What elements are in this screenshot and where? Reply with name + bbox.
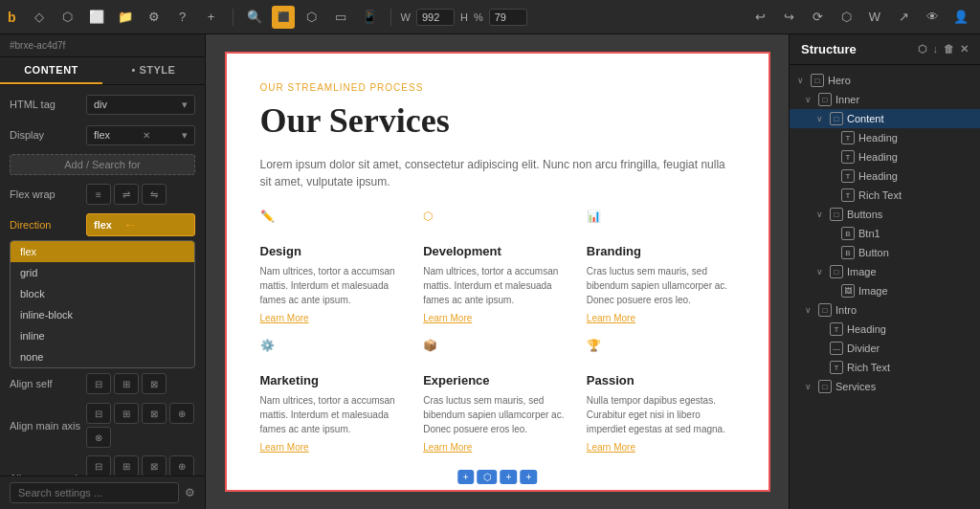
download-icon[interactable]: ↓ — [933, 43, 939, 55]
service-item-design: ✏️ Design Nam ultrices, tortor a accumsa… — [260, 210, 409, 323]
search-settings-input[interactable] — [10, 482, 179, 503]
display-value[interactable]: flex ✕ ▾ — [86, 125, 195, 145]
width-input[interactable] — [416, 9, 455, 26]
tree-item-heading3[interactable]: T Heading — [790, 166, 980, 186]
dropdown-item-block[interactable]: block — [11, 283, 194, 304]
service-title-development: Development — [423, 244, 571, 258]
align-cross-btn4[interactable]: ⊕ — [169, 455, 194, 476]
layers-icon[interactable]: ⬡ — [835, 6, 858, 29]
close-icon[interactable]: ✕ — [960, 43, 969, 55]
tree-item-content[interactable]: ∨ □ Content — [790, 109, 980, 128]
service-title-experience: Experience — [423, 373, 571, 387]
tree-item-services[interactable]: ∨ □ Services — [790, 377, 980, 396]
align-main-btn5[interactable]: ⊗ — [86, 427, 111, 448]
tab-content[interactable]: CONTENT — [0, 57, 102, 84]
settings-icon[interactable]: ⚙ — [143, 6, 166, 29]
copy-icon[interactable]: ⬡ — [301, 6, 323, 29]
align-self-btn1[interactable]: ⊟ — [86, 373, 111, 394]
external-icon[interactable]: ↗ — [892, 6, 915, 29]
dropdown-item-inline-block[interactable]: inline-block — [11, 304, 194, 325]
undo-icon[interactable]: ↩ — [748, 6, 771, 29]
direction-value[interactable]: flex ← — [86, 213, 195, 236]
passion-icon: 🏆 — [587, 339, 613, 365]
flex-wrap-btn2[interactable]: ⇌ — [114, 184, 139, 205]
align-main-label: Align main axis — [10, 420, 86, 432]
tree-item-image-container[interactable]: ∨ □ Image — [790, 262, 980, 281]
dropdown-item-none[interactable]: none — [11, 346, 194, 367]
tree-item-button[interactable]: B Button — [790, 243, 980, 262]
tree-item-buttons[interactable]: ∨ □ Buttons — [790, 205, 980, 224]
add-layout-btn[interactable]: + — [501, 470, 518, 484]
tree-item-inner[interactable]: ∨ □ Inner — [790, 90, 980, 109]
add-icon[interactable]: + — [200, 6, 223, 29]
tree-item-hero[interactable]: ∨ □ Hero — [790, 71, 980, 90]
align-cross-btn3[interactable]: ⊠ — [142, 455, 167, 476]
align-cross-btn2[interactable]: ⊞ — [114, 455, 139, 476]
history-icon[interactable]: ⟳ — [806, 6, 829, 29]
new-icon[interactable]: ⬡ — [918, 43, 927, 55]
align-self-btn3[interactable]: ⊠ — [142, 373, 167, 394]
dropdown-item-grid[interactable]: grid — [11, 262, 194, 283]
tree-item-intro[interactable]: ∨ □ Intro — [790, 300, 980, 320]
service-desc-design: Nam ultrices, tortor a accumsan mattis. … — [260, 264, 409, 307]
align-cross-btn1[interactable]: ⊟ — [86, 455, 111, 476]
align-self-btn2[interactable]: ⊞ — [114, 373, 139, 394]
divider-node-icon: — — [830, 342, 843, 355]
diamond-icon[interactable]: ◇ — [28, 6, 51, 29]
canvas-bottom-bar: + ⬡ + + — [457, 470, 538, 484]
align-main-btn2[interactable]: ⊞ — [114, 403, 139, 424]
settings-gear-icon[interactable]: ⚙ — [185, 486, 195, 499]
search-icon[interactable]: 🔍 — [243, 6, 266, 29]
flex-wrap-row: Flex wrap ≡ ⇌ ⇋ — [10, 183, 195, 206]
html-tag-value[interactable]: div ▾ — [86, 95, 195, 115]
add-col-btn[interactable]: + — [520, 470, 537, 484]
flex-wrap-btn3[interactable]: ⇋ — [142, 184, 167, 205]
mobile-icon[interactable]: 📱 — [358, 6, 381, 29]
wp-icon[interactable]: W — [863, 6, 886, 29]
service-link-passion[interactable]: Learn More — [587, 442, 735, 453]
service-link-design[interactable]: Learn More — [260, 313, 409, 323]
tree-item-richtext2[interactable]: T Rich Text — [790, 358, 980, 377]
percent-input[interactable] — [489, 9, 527, 26]
align-main-icons: ⊟ ⊞ ⊠ ⊕ ⊗ — [86, 403, 195, 448]
add-section-btn[interactable]: ⬡ — [478, 470, 498, 484]
service-link-marketing[interactable]: Learn More — [260, 442, 409, 453]
tree-item-btn1[interactable]: B Btn1 — [790, 224, 980, 243]
tab-style[interactable]: • STYLE — [102, 57, 205, 84]
dropdown-item-flex[interactable]: flex — [11, 241, 194, 262]
redo-icon[interactable]: ↪ — [777, 6, 800, 29]
folder-icon[interactable]: 📁 — [114, 6, 137, 29]
add-search-field[interactable]: Add / Search for — [10, 154, 195, 175]
toggle-hero: ∨ — [797, 76, 807, 85]
tree-item-heading1[interactable]: T Heading — [790, 128, 980, 147]
service-item-marketing: ⚙️ Marketing Nam ultrices, tortor a accu… — [260, 339, 409, 453]
add-element-btn[interactable]: + — [457, 470, 475, 484]
service-link-development[interactable]: Learn More — [423, 313, 571, 323]
tree-item-image[interactable]: 🖼 Image — [790, 281, 980, 300]
delete-icon[interactable]: 🗑 — [944, 43, 954, 55]
tree-item-heading-intro[interactable]: T Heading — [790, 320, 980, 339]
align-main-btn1[interactable]: ⊟ — [86, 403, 111, 424]
align-main-btn3[interactable]: ⊠ — [142, 403, 167, 424]
dropdown-item-inline[interactable]: inline — [11, 325, 194, 346]
service-link-experience[interactable]: Learn More — [423, 442, 571, 453]
tree-item-richtext1[interactable]: T Rich Text — [790, 186, 980, 205]
toggle-content: ∨ — [816, 114, 826, 123]
user-icon[interactable]: 👤 — [949, 6, 972, 29]
flex-wrap-btn1[interactable]: ≡ — [86, 184, 111, 205]
structure-actions: ⬡ ↓ 🗑 ✕ — [918, 43, 969, 55]
toggle-services: ∨ — [805, 382, 814, 391]
tree-item-divider[interactable]: — Divider — [790, 339, 980, 358]
percent-label: % — [474, 11, 483, 23]
tree-label-intro: Intro — [835, 304, 972, 316]
eye-icon[interactable]: 👁 — [921, 6, 944, 29]
page-icon[interactable]: ⬜ — [85, 6, 108, 29]
x-icon[interactable]: ✕ — [143, 130, 150, 141]
tree-item-heading2[interactable]: T Heading — [790, 147, 980, 166]
service-link-branding[interactable]: Learn More — [587, 313, 735, 323]
shield-icon[interactable]: ⬡ — [56, 6, 79, 29]
rect-icon[interactable]: ▭ — [329, 6, 352, 29]
help-icon[interactable]: ? — [171, 6, 194, 29]
align-main-btn4[interactable]: ⊕ — [169, 403, 194, 424]
toggle-inner: ∨ — [805, 95, 814, 104]
